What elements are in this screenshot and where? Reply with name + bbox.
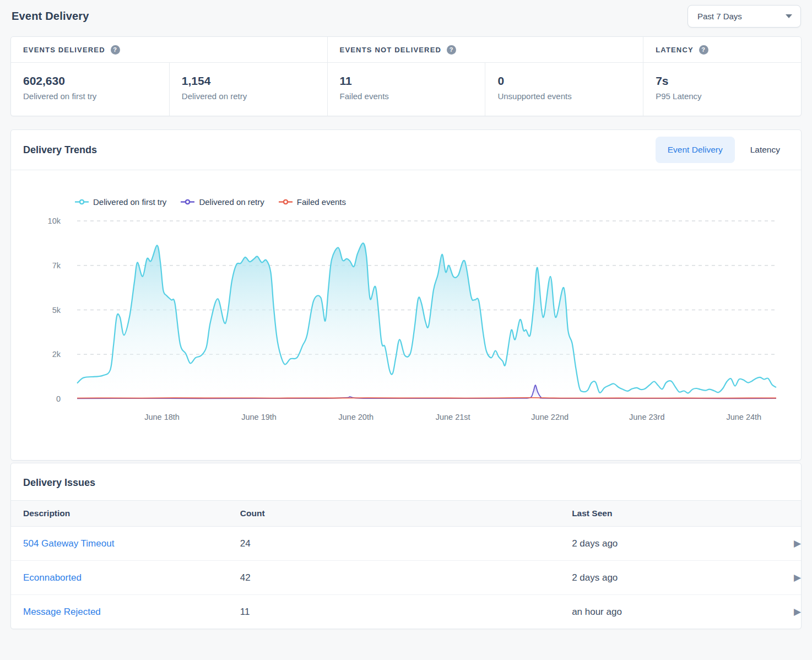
chevron-right-icon[interactable]: ▶ [766, 527, 801, 561]
page-header: Event Delivery Past 7 Days [10, 0, 802, 36]
legend-label: Delivered on first try [93, 197, 166, 207]
stat-cell: 7sP95 Latency [643, 63, 801, 116]
stat-label: Unsupported events [497, 91, 631, 101]
date-range-value: Past 7 Days [697, 12, 742, 21]
delivery-trends-header: Delivery Trends Event DeliveryLatency [11, 130, 801, 170]
delivery-trends-chart: 02k5k7k10kJune 18thJune 19thJune 20thJun… [11, 210, 802, 447]
legend-item: Delivered on retry [181, 197, 264, 207]
stat-cell: 602,630Delivered on first try [11, 63, 169, 116]
help-icon[interactable]: ? [447, 45, 456, 55]
issue-count-cell: 42 [240, 561, 572, 595]
issue-description-cell: Econnaborted [11, 561, 240, 595]
issue-count-cell: 11 [240, 595, 572, 629]
chevron-right-icon[interactable]: ▶ [766, 561, 801, 595]
delivery-issues-table: DescriptionCountLast Seen 504 Gateway Ti… [11, 500, 801, 629]
legend-item: Failed events [279, 197, 346, 207]
event-delivery-page: Event Delivery Past 7 Days EVENTS DELIVE… [0, 0, 812, 636]
issue-count-cell: 24 [240, 527, 572, 561]
legend-marker-icon [279, 199, 293, 205]
issue-link[interactable]: 504 Gateway Timeout [23, 538, 114, 549]
date-range-dropdown[interactable]: Past 7 Days [688, 5, 801, 28]
delivery-issues-card: Delivery Issues DescriptionCountLast See… [10, 463, 802, 629]
delivery-trends-card: Delivery Trends Event DeliveryLatency De… [10, 129, 802, 461]
chevron-down-icon [786, 14, 792, 18]
stat-label: Delivered on first try [23, 91, 157, 101]
issue-link[interactable]: Message Rejected [23, 607, 101, 617]
table-row[interactable]: Message Rejected11an hour ago▶ [11, 595, 801, 629]
svg-text:June 21st: June 21st [436, 413, 470, 421]
svg-text:June 22nd: June 22nd [531, 413, 569, 421]
issues-col-header-spacer [766, 501, 801, 527]
legend-label: Failed events [297, 197, 346, 207]
chart-area: Delivered on first tryDelivered on retry… [11, 170, 801, 460]
stats-group-label: LATENCY [656, 46, 694, 54]
stat-label: Delivered on retry [182, 91, 315, 101]
delivery-issues-title: Delivery Issues [23, 477, 789, 489]
svg-text:2k: 2k [52, 350, 61, 359]
page-title: Event Delivery [12, 10, 89, 23]
help-icon[interactable]: ? [699, 45, 708, 55]
delivery-issues-title-wrap: Delivery Issues [11, 463, 801, 500]
svg-text:June 18th: June 18th [144, 413, 180, 421]
trend-tabs: Event DeliveryLatency [656, 137, 792, 163]
chart-series [77, 243, 776, 399]
svg-text:June 20th: June 20th [338, 413, 373, 421]
stat-value: 1,154 [182, 74, 315, 88]
table-row[interactable]: 504 Gateway Timeout242 days ago▶ [11, 527, 801, 561]
stat-value: 11 [340, 74, 473, 88]
issue-last-seen-cell: 2 days ago [572, 561, 766, 595]
svg-text:June 24th: June 24th [726, 413, 761, 421]
stat-cell: 11Failed events [327, 63, 485, 116]
delivery-trends-title: Delivery Trends [23, 144, 97, 156]
svg-text:7k: 7k [52, 261, 61, 270]
stats-grid: EVENTS DELIVERED?EVENTS NOT DELIVERED?LA… [11, 37, 801, 116]
svg-text:June 23rd: June 23rd [629, 413, 665, 421]
stats-group-header[interactable]: EVENTS DELIVERED? [11, 37, 327, 63]
issues-col-header: Last Seen [572, 501, 766, 527]
svg-text:0: 0 [56, 394, 61, 403]
issues-header-row: DescriptionCountLast Seen [11, 501, 801, 527]
issue-description-cell: 504 Gateway Timeout [11, 527, 240, 561]
stat-label: Failed events [340, 91, 473, 101]
stat-value: 0 [497, 74, 631, 88]
chart-legend: Delivered on first tryDelivered on retry… [75, 196, 801, 208]
stats-group-header[interactable]: EVENTS NOT DELIVERED? [327, 37, 643, 63]
issue-link[interactable]: Econnaborted [23, 572, 82, 583]
stat-cell: 0Unsupported events [485, 63, 643, 116]
legend-item: Delivered on first try [75, 197, 166, 207]
stats-card: EVENTS DELIVERED?EVENTS NOT DELIVERED?LA… [10, 36, 802, 116]
chevron-right-icon[interactable]: ▶ [766, 595, 801, 629]
issue-last-seen-cell: 2 days ago [572, 527, 766, 561]
table-row[interactable]: Econnaborted422 days ago▶ [11, 561, 801, 595]
stat-value: 7s [656, 74, 789, 88]
issue-description-cell: Message Rejected [11, 595, 240, 629]
tab-latency[interactable]: Latency [738, 137, 792, 163]
stats-group-label: EVENTS NOT DELIVERED [340, 46, 441, 54]
svg-text:10k: 10k [48, 217, 61, 225]
issue-last-seen-cell: an hour ago [572, 595, 766, 629]
issues-col-header: Description [11, 501, 240, 527]
legend-marker-icon [75, 199, 89, 205]
svg-text:June 19th: June 19th [241, 413, 277, 421]
tab-event-delivery[interactable]: Event Delivery [656, 137, 735, 163]
legend-label: Delivered on retry [199, 197, 264, 207]
help-icon[interactable]: ? [111, 45, 120, 55]
issues-col-header: Count [240, 501, 572, 527]
stat-label: P95 Latency [656, 91, 789, 101]
stat-cell: 1,154Delivered on retry [169, 63, 327, 116]
stat-value: 602,630 [23, 74, 157, 88]
stats-group-label: EVENTS DELIVERED [23, 46, 105, 54]
stats-group-header[interactable]: LATENCY? [643, 37, 801, 63]
svg-text:5k: 5k [52, 306, 61, 315]
legend-marker-icon [181, 199, 194, 205]
